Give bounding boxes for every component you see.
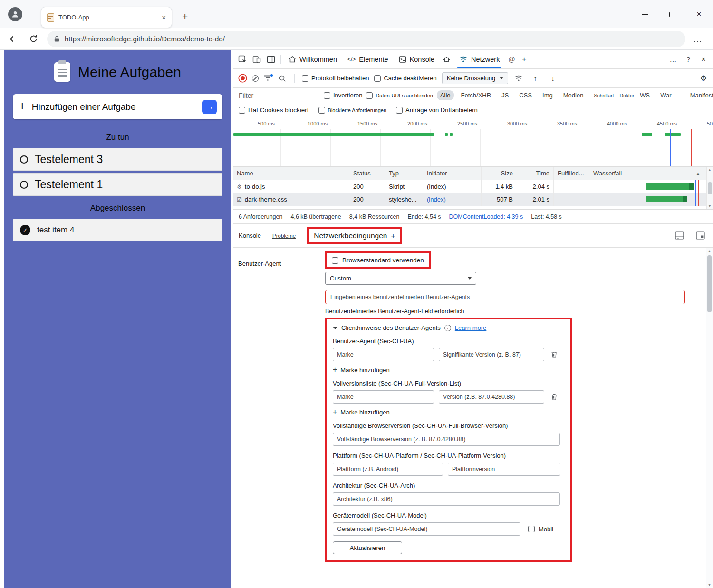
brand-input[interactable] (333, 348, 434, 361)
device-emulation-button[interactable] (250, 53, 263, 66)
scrollbar-thumb[interactable] (708, 182, 712, 194)
use-browser-default-checkbox[interactable] (332, 257, 338, 264)
tab-debugger[interactable] (440, 53, 453, 66)
minimize-button[interactable] (631, 0, 658, 28)
column-header-typ[interactable]: Typ (385, 167, 423, 180)
filter-pill-alle[interactable]: Alle (437, 90, 454, 100)
network-conditions-button[interactable] (513, 72, 524, 85)
column-header-fulfilled[interactable]: Fulfilled... (554, 167, 589, 180)
conditions-scrollbar[interactable]: ▲ ▼ (706, 248, 713, 588)
dock-drawer-button[interactable] (673, 229, 686, 242)
throttling-dropdown[interactable]: Keine Drosselung (442, 72, 509, 84)
filter-pill-img[interactable]: Img (539, 90, 556, 100)
todo-list-item[interactable]: Testelement 1 (13, 173, 222, 196)
new-tab-button[interactable]: + (182, 11, 188, 21)
scrollbar-thumb[interactable] (707, 255, 712, 312)
filter-pill-css[interactable]: CSS (516, 90, 535, 100)
client-hints-header[interactable]: Clienthinweise des Benutzer-Agents i Lea… (333, 324, 564, 331)
network-overview-timeline[interactable]: 500 ms 1000 ms 1500 ms 2000 ms 2500 ms 3… (233, 117, 713, 167)
blocked-cookies-control[interactable]: Hat Cookies blockiert (239, 106, 309, 114)
filter-pill-fetch-xhr[interactable]: Fetch/XHR (458, 90, 495, 100)
hide-data-urls-checkbox[interactable] (366, 92, 373, 99)
disable-cache-control[interactable]: Cache deaktivieren (374, 75, 436, 82)
record-network-log-button[interactable] (241, 76, 245, 80)
custom-user-agent-input[interactable] (325, 290, 685, 304)
delete-brand-button[interactable] (549, 349, 559, 360)
add-drawer-tab-button[interactable]: + (391, 231, 395, 240)
blocked-cookies-checkbox[interactable] (239, 107, 245, 114)
significant-version-input[interactable] (439, 348, 544, 361)
todo-list-item[interactable]: Testelement 3 (13, 148, 222, 171)
full-version-input[interactable] (439, 390, 544, 404)
column-header-name[interactable]: Name (233, 167, 349, 180)
filter-pill-manifest[interactable]: Manifest (687, 90, 713, 100)
filter-input[interactable] (239, 92, 319, 99)
scroll-up-icon[interactable]: ▲ (708, 168, 712, 172)
tab-elemente[interactable]: </> Elemente (343, 50, 393, 68)
tab-netzwerk[interactable]: Netzwerk (454, 50, 504, 68)
architecture-input[interactable] (333, 492, 560, 506)
profile-avatar[interactable] (8, 7, 22, 21)
scroll-down-icon[interactable]: ▼ (708, 204, 712, 208)
completed-checkbox[interactable]: ✓ (20, 225, 30, 235)
add-task-button[interactable]: + Hinzufügen einer Aufgabe → (13, 94, 222, 119)
delete-brand-button[interactable] (549, 392, 559, 402)
device-model-input[interactable] (333, 522, 520, 536)
add-brand-button[interactable]: + Marke hinzufügen (333, 366, 564, 374)
address-bar[interactable]: https://microsoftedge.github.io/Demos/de… (47, 31, 685, 47)
filter-toggle-button[interactable] (264, 75, 272, 82)
tab-konsole[interactable]: Konsole (394, 50, 439, 68)
third-party-control[interactable]: Anträge von Drittanbietern (396, 106, 478, 114)
completed-list-item[interactable]: ✓ test item 4 (13, 219, 222, 241)
tab-close-icon[interactable]: × (162, 13, 166, 21)
initiator-link[interactable]: (index) (427, 196, 446, 203)
request-row-to-do-js[interactable]: ⚙to-do.js 200 Skript (Index) 1.4 kB 2.04… (233, 180, 713, 193)
mobile-checkbox[interactable] (528, 526, 535, 532)
filter-pill-dokument[interactable]: Doktor (616, 91, 637, 100)
todo-item-checkbox[interactable] (20, 181, 28, 189)
column-header-time[interactable]: Time (517, 167, 554, 180)
filter-pill-schriftart[interactable]: Schriftart (590, 91, 617, 100)
request-row-dark-theme-css[interactable]: ☑dark-theme.css 200 styleshe... (index) … (233, 193, 713, 206)
browser-tab[interactable]: TODO-App × (41, 7, 172, 28)
table-scrollbar[interactable]: ▲ ▼ (706, 167, 713, 209)
import-har-button[interactable]: ↑ (529, 72, 541, 85)
devtools-close-button[interactable]: × (697, 53, 710, 66)
browser-menu-button[interactable]: … (693, 34, 703, 44)
expand-drawer-button[interactable] (694, 229, 707, 242)
preserve-log-checkbox[interactable] (302, 75, 308, 82)
column-header-size[interactable]: Size (482, 167, 517, 180)
devtools-help-button[interactable]: ? (682, 53, 694, 66)
mobile-control[interactable]: Mobil (528, 526, 553, 533)
filter-pill-wasm[interactable]: War (657, 90, 674, 100)
learn-more-link[interactable]: Learn more (455, 324, 486, 331)
clear-network-log-button[interactable] (252, 75, 259, 82)
disclosure-triangle-icon[interactable] (333, 327, 337, 329)
drawer-tab-probleme[interactable]: Probleme (272, 233, 296, 239)
preserve-log-control[interactable]: Protokoll beibehalten (302, 75, 369, 82)
devtools-menu-button[interactable]: … (667, 53, 679, 66)
tab-willkommen[interactable]: Willkommen (284, 50, 342, 68)
dock-panel-button[interactable] (264, 53, 278, 66)
column-header-status[interactable]: Status (349, 167, 385, 180)
full-browser-version-input[interactable] (333, 433, 560, 446)
filter-pill-ws[interactable]: WS (636, 90, 653, 100)
refresh-button[interactable] (27, 33, 39, 45)
platform-version-input[interactable] (448, 463, 560, 476)
filter-pill-medien[interactable]: Medien (560, 90, 587, 100)
drawer-tab-konsole[interactable]: Konsole (239, 232, 261, 239)
hide-data-urls-control[interactable]: Daten-URLs ausblenden (366, 92, 433, 99)
drawer-tab-netzwerkbedingungen[interactable]: Netzwerkbedingungen + (309, 229, 400, 242)
column-header-wasserfall[interactable]: Wasserfall ▲ (589, 167, 713, 180)
update-button[interactable]: Aktualisieren (333, 541, 402, 554)
add-brand-button[interactable]: + Marke hinzufügen (333, 408, 564, 416)
blocked-requests-control[interactable]: Blockierte Anforderungen (318, 107, 387, 114)
invert-filter-control[interactable]: Invertieren (324, 92, 362, 99)
blocked-requests-checkbox[interactable] (318, 107, 325, 114)
filter-pill-js[interactable]: JS (498, 90, 512, 100)
third-party-checkbox[interactable] (396, 107, 403, 114)
network-settings-button[interactable]: ⚙ (700, 74, 707, 83)
inspect-element-button[interactable] (236, 53, 249, 66)
scroll-up-icon[interactable]: ▲ (708, 249, 712, 253)
brand-input[interactable] (333, 390, 434, 404)
